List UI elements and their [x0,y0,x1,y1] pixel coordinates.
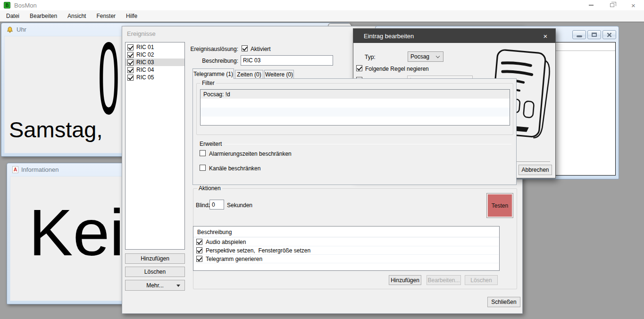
bosmon-application: B BosMon × Datei Bearbeiten Ansicht Fens… [0,0,644,319]
ric-label: RIC 02 [136,51,154,58]
close-icon: × [631,2,636,9]
action-delete-button[interactable]: Löschen [465,275,498,285]
filter-listbox[interactable]: Pocsag: !d [200,89,510,126]
minimize-icon [577,35,582,37]
ereignisse-title: Ereignisse [127,30,156,37]
typ-label: Typ: [365,54,376,60]
clock-display: 0 [98,27,119,130]
filter-item-empty [201,99,510,108]
blindzeit-input[interactable] [209,200,224,210]
negate-label: Folgende Regel negieren [365,66,429,72]
bell-icon [7,26,13,33]
ric-listbox[interactable]: RIC 01 RIC 02 RIC 03 RIC 04 RIC 05 [125,42,185,250]
list-item[interactable]: RIC 05 [125,74,184,81]
restore-icon [592,33,597,37]
alarm-times-label: Alarmierungszeiten beschränken [209,151,292,157]
main-window-title: BosMon [14,2,37,9]
ric-checkbox[interactable] [127,59,134,66]
dropdown-arrow-icon [176,285,180,287]
sekunden-label: Sekunden [227,202,252,209]
main-titlebar: B BosMon × [0,0,644,10]
ric-checkbox[interactable] [127,52,134,58]
filter-item-empty [201,117,510,126]
action-label: Perspektive setzen, Fenstergröße setzen [206,247,310,254]
menu-ansicht[interactable]: Ansicht [62,11,91,21]
advanced-section-label: Erweitert [200,141,222,147]
telegramme-tab-panel: Filter Pocsag: !d Erweitert Alarmierungs… [192,78,517,185]
trigger-label: Ereignisauslösung: [151,46,238,52]
restore-button[interactable] [602,0,623,10]
aktiviert-label: Aktiviert [251,46,271,52]
child-minimize-button[interactable] [572,30,586,39]
restore-icon [610,3,614,7]
action-listbox[interactable]: Beschreibung Audio abspielen Perspektive… [193,226,500,271]
child-close-button[interactable] [602,30,616,39]
menu-datei[interactable]: Datei [1,11,25,21]
ric-label: RIC 05 [136,74,154,81]
filter-item-selected[interactable]: Pocsag: !d [201,90,510,99]
negate-checkbox[interactable] [356,65,362,71]
uhr-title: Uhr [17,26,26,33]
informationen-message: Kei [29,194,124,271]
action-label: Audio abspielen [206,239,246,245]
typ-value: Pocsag [410,53,429,60]
dialog-title: Eintrag bearbeiten [364,33,414,40]
bosmon-app-icon: B [4,2,10,8]
minimize-icon [589,5,594,6]
aktiviert-checkbox[interactable] [242,45,248,51]
child-restore-button[interactable] [587,30,601,39]
action-checkbox[interactable] [196,239,202,245]
action-edit-button[interactable]: Bearbeiten... [427,275,461,285]
alarm-times-checkbox[interactable] [200,150,206,156]
list-item[interactable]: RIC 04 [125,66,184,74]
alert-document-icon: A [12,166,18,173]
informationen-title: Informationen [21,166,59,173]
typ-combobox[interactable]: Pocsag [408,51,443,62]
action-item[interactable]: Audio abspielen [194,238,499,246]
chevron-down-icon [436,54,440,58]
channels-checkbox[interactable] [200,165,206,171]
ric-checkbox[interactable] [127,44,134,50]
action-label: Telegramm generieren [206,256,262,262]
action-item[interactable]: Perspektive setzen, Fenstergröße setzen [194,246,499,255]
ric-checkbox[interactable] [127,75,134,81]
ric-add-button[interactable]: Hinzufügen [125,253,185,264]
ric-more-label: Mehr... [146,282,164,289]
header-separator [193,237,499,237]
ric-more-button[interactable]: Mehr... [125,280,185,291]
close-icon: × [544,32,548,40]
menu-bearbeiten[interactable]: Bearbeiten [25,11,62,21]
testen-button[interactable]: Testen [486,193,513,218]
clock-day-text: Samstag, [9,117,103,143]
advanced-separator [225,144,511,144]
tab-zeiten[interactable]: Zeiten (0) [235,70,263,79]
ric-label: RIC 04 [136,67,154,73]
action-checkbox[interactable] [196,256,202,262]
channels-label: Kanäle beschränken [209,165,260,172]
filter-group-label: Filter [201,80,216,86]
action-item[interactable]: Telegramm generieren [194,255,499,263]
ric-checkbox[interactable] [127,67,134,73]
close-button[interactable]: × [623,0,644,10]
action-add-button[interactable]: Hinzufügen [389,275,421,285]
menubar: Datei Bearbeiten Ansicht Fenster Hilfe [0,10,644,22]
action-checkbox[interactable] [196,247,202,253]
ric-delete-button[interactable]: Löschen [125,267,185,277]
tab-telegramme[interactable]: Telegramme (1) [192,68,234,79]
description-input[interactable] [241,55,333,66]
dialog-close-button[interactable]: × [535,29,555,43]
filter-group: Filter Pocsag: !d [196,83,513,135]
schliessen-button[interactable]: Schließen [487,297,520,307]
tab-weitere[interactable]: Weitere (0) [264,70,294,79]
action-list-header: Beschreibung [197,229,232,235]
menu-hilfe[interactable]: Hilfe [121,11,142,21]
description-label: Beschreibung: [151,58,238,64]
filter-item-empty [201,108,510,117]
menu-fenster[interactable]: Fenster [91,11,121,21]
abbrechen-button[interactable]: Abbrechen [519,165,552,175]
aktionen-group-label: Aktionen [197,185,222,192]
minimize-button[interactable] [580,0,602,10]
dialog-titlebar[interactable]: Eintrag bearbeiten [353,29,555,43]
close-icon [607,33,612,37]
